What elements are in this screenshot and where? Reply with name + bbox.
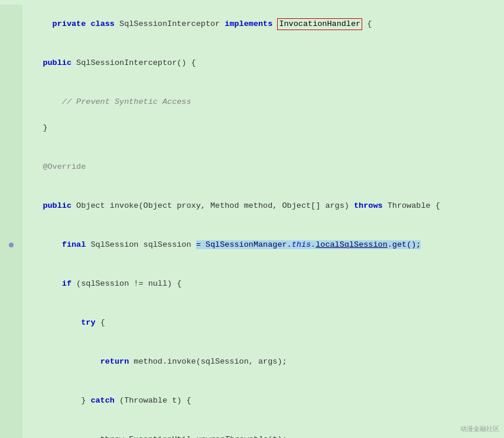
line-4: } <box>0 122 504 135</box>
kw-final: final <box>62 240 86 249</box>
kw-class: class <box>90 19 115 28</box>
kw-private: private <box>53 19 86 28</box>
unwrap-method: unwrapThrowable <box>196 435 268 438</box>
line-10: try { <box>0 303 504 342</box>
kw-public2: public <box>43 201 71 210</box>
gutter-13 <box>0 420 22 438</box>
code-container: private class SqlSessionInterceptor impl… <box>0 0 504 438</box>
line-1: private class SqlSessionInterceptor impl… <box>0 5 504 44</box>
line-12: } catch (Throwable t) { <box>0 381 504 420</box>
line-9: if (sqlSession != null) { <box>0 264 504 303</box>
code-line-9: if (sqlSession != null) { <box>24 264 181 303</box>
watermark: 动漫金融社区 <box>460 424 499 433</box>
line-7: public Object invoke(Object proxy, Metho… <box>0 187 504 225</box>
annotation-override: @Override <box>43 162 86 171</box>
line-6: @Override <box>0 148 504 187</box>
gutter-1 <box>0 5 22 44</box>
code-line-3: // Prevent Synthetic Access <box>24 83 191 122</box>
line-3: // Prevent Synthetic Access <box>0 83 504 122</box>
code-line-4: } <box>24 122 48 135</box>
gutter-3 <box>0 83 22 122</box>
gutter-9 <box>0 264 22 303</box>
code-line-12: } catch (Throwable t) { <box>24 381 191 420</box>
code-line-8: final SqlSession sqlSession = SqlSession… <box>24 225 421 264</box>
code-line-13: throw ExceptionUtil.unwrapThrowable(t); <box>24 420 287 438</box>
code-line-5 <box>24 135 28 148</box>
gutter-4 <box>0 122 22 135</box>
interface-highlight: InvocationHandler <box>277 18 362 30</box>
code-line-10: try { <box>24 303 105 342</box>
gutter-11 <box>0 342 22 381</box>
gutter-5 <box>0 135 22 148</box>
kw-public: public <box>43 58 71 67</box>
kw-try: try <box>81 318 95 327</box>
gutter-2 <box>0 44 22 83</box>
kw-throws: throws <box>354 201 383 210</box>
gutter-8 <box>0 225 22 264</box>
gutter-dot-8 <box>9 243 14 247</box>
code-line-7: public Object invoke(Object proxy, Metho… <box>24 187 440 225</box>
gutter-7 <box>0 187 22 225</box>
kw-catch: catch <box>90 396 115 405</box>
line-5 <box>0 135 504 148</box>
code-line-11: return method.invoke(sqlSession, args); <box>24 342 287 381</box>
line-8: final SqlSession sqlSession = SqlSession… <box>0 225 504 264</box>
line-13: throw ExceptionUtil.unwrapThrowable(t); <box>0 420 504 438</box>
comment-text: // Prevent Synthetic Access <box>62 97 191 106</box>
code-line-6: @Override <box>24 148 86 187</box>
gutter-6 <box>0 148 22 187</box>
line-11: return method.invoke(sqlSession, args); <box>0 342 504 381</box>
line-2: public SqlSessionInterceptor() { <box>0 44 504 83</box>
code-line-2: public SqlSessionInterceptor() { <box>24 44 196 83</box>
gutter-10 <box>0 303 22 342</box>
selection-highlight: = SqlSessionManager.this.localSqlSession… <box>196 240 421 249</box>
kw-if: if <box>62 279 71 288</box>
gutter-12 <box>0 381 22 420</box>
kw-return: return <box>100 357 129 366</box>
kw-implements: implements <box>225 19 272 28</box>
code-line-1: private class SqlSessionInterceptor impl… <box>24 5 372 44</box>
